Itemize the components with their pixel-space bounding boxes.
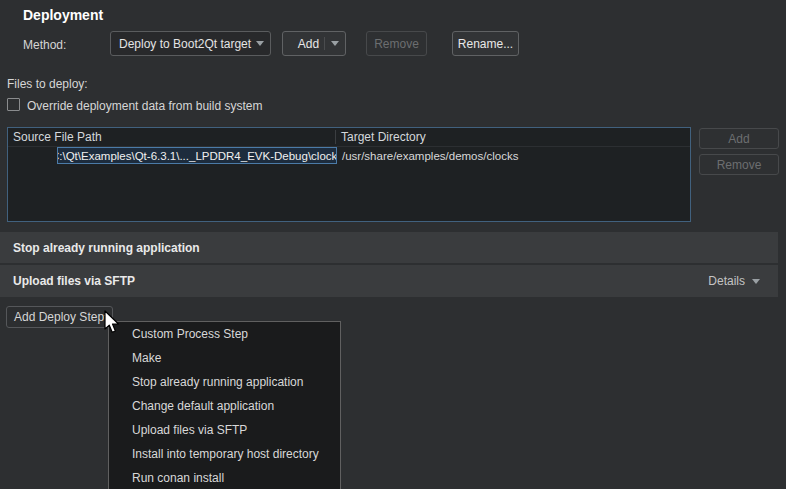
method-combobox[interactable]: Deploy to Boot2Qt target <box>110 31 271 56</box>
add-method-label: Add <box>283 37 324 51</box>
override-checkbox[interactable] <box>7 98 20 111</box>
method-combobox-value: Deploy to Boot2Qt target <box>119 37 256 51</box>
method-label: Method: <box>23 38 66 52</box>
menu-item-install-into-temporary-host-directory[interactable]: Install into temporary host directory <box>109 442 340 466</box>
step-title: Upload files via SFTP <box>13 274 708 288</box>
files-to-deploy-label: Files to deploy: <box>7 77 88 91</box>
remove-method-button[interactable]: Remove <box>366 31 427 56</box>
menu-item-run-conan-install[interactable]: Run conan install <box>109 466 340 489</box>
table-row[interactable]: C:\Qt\Examples\Qt-6.3.1\..._LPDDR4_EVK-D… <box>8 147 690 165</box>
override-checkbox-label: Override deployment data from build syst… <box>27 99 262 113</box>
files-table[interactable]: Source File Path Target Directory C:\Qt\… <box>7 127 691 222</box>
chevron-down-icon <box>331 41 339 46</box>
remove-file-button[interactable]: Remove <box>699 154 779 175</box>
deployment-settings-panel: Deployment Method: Deploy to Boot2Qt tar… <box>0 0 786 489</box>
menu-item-stop-already-running-application[interactable]: Stop already running application <box>109 370 340 394</box>
details-label: Details <box>708 274 745 288</box>
step-title: Stop already running application <box>13 241 760 255</box>
target-directory-cell[interactable]: /usr/share/examples/demos/clocks <box>342 147 518 164</box>
add-deploy-step-menu: Custom Process Step Make Stop already ru… <box>108 321 341 489</box>
add-file-button[interactable]: Add <box>699 128 779 149</box>
add-method-button[interactable]: Add <box>282 31 346 56</box>
chevron-down-icon <box>752 279 760 284</box>
rename-method-button[interactable]: Rename... <box>452 31 519 56</box>
column-header-target-directory[interactable]: Target Directory <box>336 130 690 144</box>
source-path-cell-selected[interactable]: C:\Qt\Examples\Qt-6.3.1\..._LPDDR4_EVK-D… <box>57 147 337 164</box>
menu-item-upload-files-via-sftp[interactable]: Upload files via SFTP <box>109 418 340 442</box>
files-table-header: Source File Path Target Directory <box>8 128 690 147</box>
menu-item-custom-process-step[interactable]: Custom Process Step <box>109 322 340 346</box>
chevron-down-icon <box>256 41 264 46</box>
menu-item-change-default-application[interactable]: Change default application <box>109 394 340 418</box>
menu-item-make[interactable]: Make <box>109 346 340 370</box>
column-header-source-file-path[interactable]: Source File Path <box>8 130 336 144</box>
details-button[interactable]: Details <box>708 274 760 288</box>
add-deploy-step-label: Add Deploy Step <box>14 310 104 324</box>
step-bar-upload-sftp[interactable]: Upload files via SFTP Details <box>0 265 778 297</box>
step-bar-stop-running[interactable]: Stop already running application <box>0 232 778 263</box>
add-method-dropdown[interactable] <box>325 41 345 46</box>
mouse-cursor-icon <box>103 310 121 336</box>
add-deploy-step-button[interactable]: Add Deploy Step <box>6 306 113 328</box>
page-title: Deployment <box>23 7 103 23</box>
